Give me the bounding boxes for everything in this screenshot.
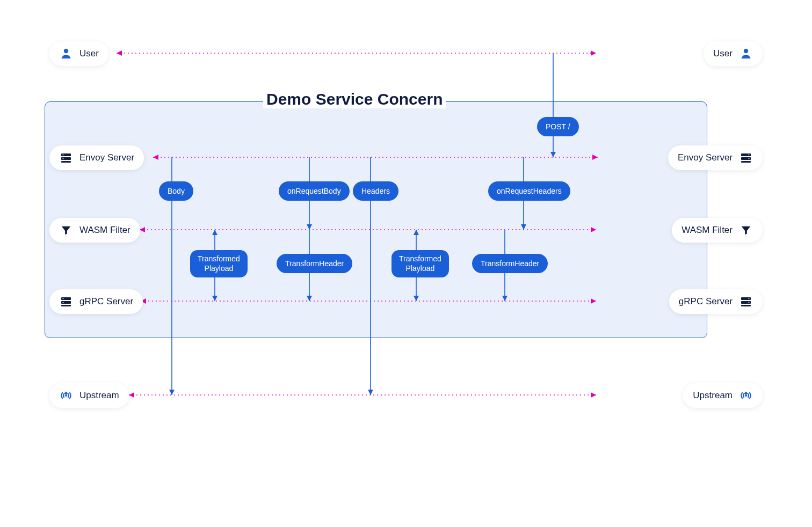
node-label: WASM Filter (79, 225, 130, 236)
svg-marker-13 (129, 392, 134, 398)
pill-transform-header-2: TransformHeader (472, 254, 548, 273)
svg-marker-14 (591, 392, 596, 398)
server-icon (739, 151, 753, 165)
node-upstream-right: Upstream (683, 383, 763, 408)
node-label: gRPC Server (679, 296, 733, 307)
svg-point-56 (749, 298, 750, 299)
filter-icon (59, 223, 73, 237)
svg-rect-38 (61, 161, 71, 163)
svg-rect-50 (741, 161, 751, 163)
node-label: User (79, 48, 99, 59)
node-upstream-left: Upstream (49, 383, 129, 408)
pill-onrequestbody: onRequestBody (279, 181, 350, 201)
node-wasm-left: WASM Filter (49, 218, 140, 243)
node-grpc-left: gRPC Server (49, 289, 143, 314)
svg-point-45 (63, 302, 64, 303)
node-label: Envoy Server (79, 152, 134, 163)
node-envoy-right: Envoy Server (668, 145, 763, 170)
broadcast-icon (59, 389, 73, 402)
node-grpc-right: gRPC Server (669, 289, 763, 314)
pill-line2: Playload (406, 264, 435, 273)
node-label: gRPC Server (79, 296, 133, 307)
node-user-right: User (704, 41, 763, 66)
svg-marker-18 (169, 390, 175, 395)
svg-point-47 (744, 49, 748, 53)
pill-transformed-payload-2: Transformed Playload (392, 250, 449, 277)
svg-marker-22 (368, 390, 373, 395)
svg-point-39 (63, 155, 64, 156)
svg-rect-55 (741, 305, 751, 306)
pill-body: Body (159, 181, 193, 201)
server-icon (59, 151, 73, 165)
pill-line1: Transformed (198, 254, 240, 263)
svg-point-51 (749, 155, 750, 156)
svg-rect-43 (61, 305, 71, 306)
user-icon (59, 47, 73, 61)
server-icon (739, 295, 753, 309)
svg-point-57 (749, 302, 750, 303)
svg-point-35 (64, 49, 68, 53)
filter-icon (739, 223, 753, 237)
pill-line2: Playload (205, 264, 234, 273)
node-wasm-right: WASM Filter (672, 218, 763, 243)
diagram-title: Demo Service Concern (263, 90, 446, 108)
node-label: Envoy Server (678, 152, 733, 163)
pill-line1: Transformed (399, 254, 441, 263)
pill-transform-header-1: TransformHeader (277, 254, 352, 273)
node-label: User (713, 48, 733, 59)
node-envoy-left: Envoy Server (49, 145, 144, 170)
diagram-canvas: Demo Service Concern (0, 0, 812, 527)
node-label: WASM Filter (682, 225, 733, 236)
node-label: Upstream (693, 390, 733, 401)
svg-marker-1 (117, 50, 122, 56)
broadcast-icon (739, 389, 753, 402)
svg-point-44 (63, 298, 64, 299)
svg-point-52 (749, 158, 750, 159)
pill-post: POST / (537, 117, 579, 136)
node-label: Upstream (79, 390, 119, 401)
service-concern-container (45, 101, 707, 338)
pill-headers: Headers (353, 181, 398, 201)
svg-marker-2 (591, 50, 596, 56)
pill-transformed-payload-1: Transformed Playload (190, 250, 248, 277)
svg-point-40 (63, 158, 64, 159)
user-icon (739, 47, 753, 61)
pill-onrequestheaders: onRequestHeaders (488, 181, 570, 201)
node-user-left: User (49, 41, 108, 66)
server-icon (59, 295, 73, 309)
